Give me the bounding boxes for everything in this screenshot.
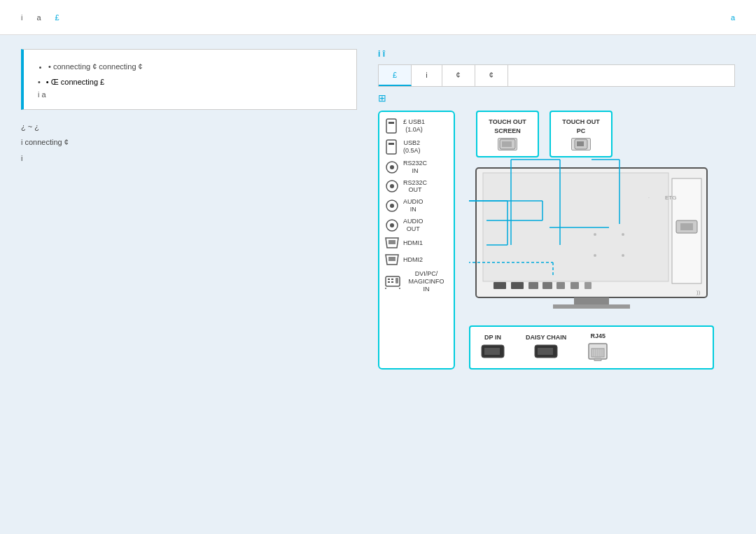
- svg-rect-27: [577, 141, 584, 146]
- svg-point-49: [622, 254, 624, 257]
- connector-dvi: DVI/PC/MAGICINFO IN: [385, 270, 448, 293]
- hdmi1-label: HDMI1: [403, 239, 423, 247]
- svg-rect-20: [391, 281, 393, 283]
- rs232out-label: RS232COUT: [403, 179, 427, 195]
- usb2-label: USB2(0.5A): [403, 139, 421, 155]
- connector-rs232in: RS232CIN: [385, 160, 448, 175]
- info-box: • connecting ¢ connecting ¢ • • Œ connec…: [21, 49, 357, 110]
- touch-screen-label: TOUCH OUTSCREEN: [486, 118, 529, 135]
- svg-rect-32: [553, 304, 630, 309]
- connector-usb2: USB2(0.5A): [385, 139, 448, 155]
- dvi-icon: [385, 275, 400, 289]
- daisy-chain-connector: DAISY CHAIN: [526, 334, 566, 361]
- touch-pc-connector-icon: [574, 139, 588, 150]
- desc-line-3: i: [21, 152, 357, 165]
- connector-rs232out: RS232COUT: [385, 179, 448, 195]
- dp-in-connector: DP IN: [481, 334, 505, 361]
- touch-boxes-row: TOUCH OUTSCREEN TOUCH OUTPC: [462, 111, 735, 157]
- daisy-chain-icon: [534, 344, 558, 360]
- monitor-svg: ETG ·: [469, 164, 721, 318]
- svg-rect-17: [388, 279, 390, 280]
- audioout-icon: [385, 218, 399, 232]
- bottom-connector-box: DP IN DAISY CHAIN RJ: [469, 325, 714, 370]
- svg-text:·: ·: [648, 195, 650, 200]
- svg-rect-18: [391, 279, 393, 280]
- monitor-area: ETG ·: [469, 164, 735, 320]
- svg-rect-38: [511, 282, 524, 289]
- touch-out-screen-box: TOUCH OUTSCREEN: [476, 111, 539, 157]
- touch-out-pc-box: TOUCH OUTPC: [550, 111, 612, 157]
- header-right: a: [731, 13, 735, 22]
- right-panel: i î £ i ¢ ¢ ⊞: [378, 49, 735, 520]
- svg-rect-41: [556, 282, 565, 289]
- tab-2[interactable]: i: [412, 65, 442, 86]
- nav-item-1: i: [21, 13, 22, 22]
- dvi-label: DVI/PC/MAGICINFO IN: [405, 270, 448, 293]
- connector-usb1: £ USB1(1.0A): [385, 118, 448, 134]
- svg-point-46: [594, 233, 596, 236]
- connector-hdmi1: HDMI1: [385, 237, 448, 249]
- svg-rect-3: [388, 143, 394, 145]
- dp-in-label: DP IN: [481, 334, 505, 341]
- connector-hdmi2: HDMI2: [385, 253, 448, 266]
- info-bullet-2: • • Œ connecting £: [38, 78, 342, 86]
- svg-point-9: [390, 204, 394, 208]
- expand-icon[interactable]: ⊞: [378, 92, 386, 104]
- rj45-connector: RJ45: [587, 332, 608, 363]
- touch-screen-icon: [498, 138, 517, 150]
- svg-rect-64: [484, 348, 500, 355]
- svg-rect-13: [388, 240, 396, 244]
- connector-audioin: AUDIOIN: [385, 198, 448, 213]
- tab-1[interactable]: £: [379, 65, 412, 86]
- touch-pc-label: TOUCH OUTPC: [559, 118, 603, 135]
- tab-4[interactable]: ¢: [475, 65, 508, 86]
- hdmi2-icon: [385, 253, 399, 266]
- description: ¿ ~ ¿ i connecting ¢ i: [21, 120, 357, 165]
- rs232in-icon: [385, 160, 399, 174]
- svg-point-48: [594, 254, 596, 257]
- svg-text:ETG: ETG: [665, 195, 676, 201]
- touch-screen-connector-icon: [499, 139, 516, 150]
- rs232out-icon: [385, 179, 399, 193]
- rj45-label: RJ45: [587, 332, 608, 339]
- usb1-icon: [385, 118, 399, 134]
- svg-rect-0: [386, 119, 396, 133]
- tab-bar: £ i ¢ ¢: [378, 64, 735, 87]
- svg-rect-1: [388, 122, 394, 124]
- svg-rect-29: [483, 173, 668, 281]
- left-panel: • connecting ¢ connecting ¢ • • Œ connec…: [21, 49, 357, 520]
- connector-panel: £ USB1(1.0A) USB2(0.5A) RS232C: [378, 111, 455, 370]
- svg-point-47: [622, 233, 624, 236]
- svg-rect-42: [570, 282, 579, 289]
- svg-rect-2: [386, 140, 396, 154]
- desc-line-2: i connecting ¢: [21, 136, 357, 149]
- main-content: • connecting ¢ connecting ¢ • • Œ connec…: [0, 35, 756, 534]
- nav-link[interactable]: £: [55, 13, 59, 22]
- svg-point-11: [390, 223, 394, 227]
- usb1-label: £ USB1(1.0A): [403, 118, 425, 134]
- svg-rect-19: [388, 281, 390, 283]
- header: i a £ a: [0, 0, 756, 35]
- svg-rect-21: [396, 278, 398, 283]
- diagram-container: £ USB1(1.0A) USB2(0.5A) RS232C: [378, 111, 735, 370]
- rj45-icon: [587, 343, 608, 361]
- hdmi1-icon: [385, 237, 399, 249]
- audioin-label: AUDIOIN: [403, 198, 424, 213]
- nav-item-2: a: [36, 13, 41, 22]
- rs232in-label: RS232CIN: [403, 160, 427, 175]
- header-nav: i a £: [21, 13, 59, 22]
- svg-rect-74: [594, 358, 601, 361]
- usb2-icon: [385, 139, 399, 155]
- svg-rect-43: [584, 282, 592, 289]
- svg-rect-25: [502, 141, 512, 147]
- desc-line-1: ¿ ~ ¿: [21, 120, 357, 134]
- tab-3[interactable]: ¢: [442, 65, 475, 86]
- connector-audioout: AUDIOOUT: [385, 218, 448, 233]
- svg-rect-66: [538, 348, 553, 355]
- svg-point-7: [390, 184, 394, 188]
- touch-pc-icon: [571, 138, 591, 150]
- header-link[interactable]: a: [731, 13, 735, 22]
- svg-rect-40: [542, 282, 552, 289]
- daisy-chain-label: DAISY CHAIN: [526, 334, 566, 341]
- svg-rect-34: [680, 223, 693, 230]
